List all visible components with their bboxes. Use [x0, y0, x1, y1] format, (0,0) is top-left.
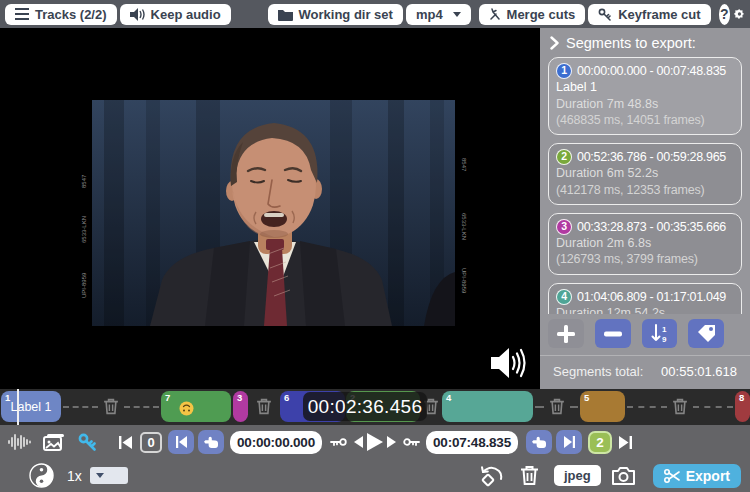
prev-segment-index[interactable]: 0	[140, 432, 162, 453]
settings-gear-icon[interactable]	[734, 4, 745, 24]
segment-range-row: 2 00:52:36.786 - 00:59:28.965	[556, 149, 734, 165]
prev-keyframe-button[interactable]	[330, 437, 347, 447]
speaker-icon	[130, 8, 145, 21]
timeline-segment-number: 1	[5, 392, 10, 403]
thumbnails-toggle[interactable]	[43, 433, 65, 451]
delete-source-button[interactable]	[520, 465, 539, 486]
sort-numeric-icon: 1 9	[650, 324, 668, 343]
trash-icon[interactable]	[672, 398, 688, 415]
keyframe-left-icon	[330, 437, 347, 447]
timeline-segment-number: 7	[165, 392, 170, 403]
play-icon	[367, 433, 383, 451]
prev-segment-index-value: 0	[147, 435, 154, 450]
sort-segments-button[interactable]: 1 9	[642, 319, 678, 348]
rotate-icon	[478, 464, 504, 488]
hand-point-left-icon	[204, 436, 219, 449]
skip-back-icon	[176, 436, 187, 448]
trash-icon	[520, 465, 539, 486]
timeline-segment-5[interactable]: 5	[580, 391, 625, 422]
playback-mode-button[interactable]	[29, 463, 54, 488]
segment-details: (468835 ms, 14051 frames)	[556, 112, 734, 128]
capture-frame-button[interactable]	[611, 466, 636, 486]
timeline-segment-number: 3	[237, 392, 242, 403]
keep-audio-button[interactable]: Keep audio	[120, 4, 231, 25]
segments-total-label: Segments total:	[553, 364, 643, 379]
timeline-gap	[250, 391, 278, 422]
step-forward-button[interactable]	[387, 436, 396, 448]
timeline-segment-8[interactable]: 8	[735, 391, 750, 422]
playback-speed-select[interactable]	[90, 467, 128, 484]
play-pause-button[interactable]	[367, 433, 383, 451]
timeline-current-time: 00:02:36.456	[303, 392, 427, 421]
segment-actions: 1 9	[540, 314, 750, 355]
merge-cuts-label: Merge cuts	[507, 7, 576, 22]
next-segment-index-value: 2	[596, 435, 604, 450]
timeline-segment-3[interactable]: 3	[233, 391, 248, 422]
svg-text:6533-LKN: 6533-LKN	[81, 216, 87, 243]
segments-header-label: Segments to export:	[566, 35, 696, 51]
help-button[interactable]: ?	[719, 4, 730, 25]
keyframe-cut-button[interactable]: Keyframe cut	[588, 4, 710, 25]
skip-forward-icon	[564, 436, 575, 448]
segment-range-row: 4 01:04:06.809 - 01:17:01.049	[556, 289, 734, 305]
timeline-gap	[63, 391, 159, 422]
timeline-segment-4[interactable]: 4	[442, 391, 533, 422]
timeline[interactable]: 1Label 1 7 3 62 4 5 800:02:36.456	[0, 389, 750, 425]
set-cut-end-button[interactable]	[526, 430, 552, 454]
jump-cut-start-button[interactable]	[168, 430, 194, 454]
cut-start-time-input[interactable]	[230, 431, 322, 454]
keyframes-toggle[interactable]	[78, 433, 97, 451]
step-back-button[interactable]	[354, 436, 363, 448]
segment-range-row: 1 00:00:00.000 - 00:07:48.835	[556, 63, 734, 79]
timeline-segment-7[interactable]: 7	[161, 391, 231, 422]
svg-text:6533-LKN: 6533-LKN	[461, 213, 467, 240]
small-left-triangle-icon	[354, 436, 363, 448]
rotation-button[interactable]	[478, 464, 504, 488]
merge-cuts-button[interactable]: Merge cuts	[479, 4, 586, 25]
jump-to-end-button[interactable]	[619, 436, 632, 449]
video-player[interactable]: 8547 6533-LKN UPI-8959 8547 6533-LKN UPI…	[0, 28, 540, 389]
timeline-segment-1[interactable]: 1Label 1	[1, 391, 61, 422]
remove-segment-button[interactable]	[595, 319, 631, 348]
working-dir-button[interactable]: Working dir set	[268, 4, 403, 25]
snapshot-format-button[interactable]: jpeg	[554, 465, 601, 486]
svg-text:1: 1	[662, 325, 667, 334]
scissors-icon	[664, 469, 680, 483]
working-dir-label: Working dir set	[299, 7, 393, 22]
speaker-loud-icon	[491, 346, 527, 380]
trash-icon[interactable]	[103, 398, 119, 415]
snapshot-format-label: jpeg	[564, 468, 591, 483]
jump-to-start-button[interactable]	[119, 436, 132, 449]
timeline-playhead[interactable]	[17, 389, 19, 425]
next-segment-index[interactable]: 2	[588, 431, 612, 454]
segment-card[interactable]: 3 00:33:28.873 - 00:35:35.666 Duration 2…	[548, 213, 742, 275]
segment-card[interactable]: 1 00:00:00.000 - 00:07:48.835 Label 1 Du…	[548, 57, 742, 135]
add-segment-button[interactable]	[548, 319, 584, 348]
set-cut-start-button[interactable]	[198, 430, 224, 454]
output-format-dropdown[interactable]: mp4	[406, 4, 471, 25]
export-button[interactable]: Export	[653, 464, 741, 488]
export-label: Export	[686, 468, 730, 484]
segments-total-row: Segments total: 00:55:01.618	[540, 355, 750, 389]
segment-card[interactable]: 4 01:04:06.809 - 01:17:01.049 Duration 1…	[548, 283, 742, 315]
top-toolbar: Tracks (2/2) Keep audio Working dir set …	[0, 0, 750, 28]
label-segment-button[interactable]	[688, 319, 724, 348]
next-keyframe-button[interactable]	[403, 437, 420, 447]
svg-text:8547: 8547	[81, 174, 87, 188]
trash-icon[interactable]	[549, 398, 565, 415]
chevron-down-icon	[453, 12, 461, 17]
help-label: ?	[720, 6, 729, 22]
video-frame: 8547 6533-LKN UPI-8959 8547 6533-LKN UPI…	[0, 28, 540, 389]
jump-cut-end-button[interactable]	[556, 430, 582, 454]
volume-button[interactable]	[491, 346, 527, 380]
tracks-button[interactable]: Tracks (2/2)	[5, 4, 117, 25]
waveform-toggle[interactable]	[8, 433, 32, 451]
segments-header[interactable]: Segments to export:	[540, 28, 750, 54]
segment-card[interactable]: 2 00:52:36.786 - 00:59:28.965 Duration 6…	[548, 143, 742, 205]
segment-duration: Duration 7m 48.8s	[556, 96, 734, 112]
trash-icon[interactable]	[256, 398, 272, 415]
timeline-gap	[535, 391, 578, 422]
segment-time-range: 00:52:36.786 - 00:59:28.965	[577, 149, 726, 165]
cut-end-time-input[interactable]	[426, 431, 518, 454]
segment-time-range: 00:00:00.000 - 00:07:48.835	[577, 63, 726, 79]
